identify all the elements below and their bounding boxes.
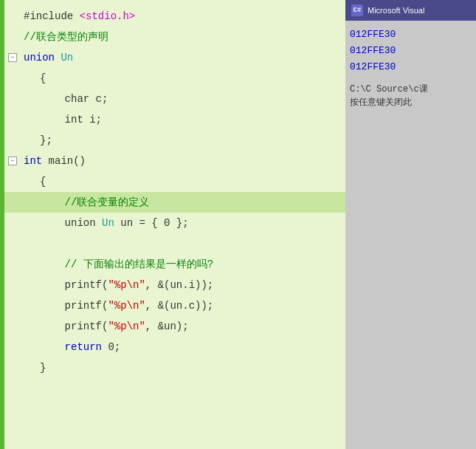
console-body: 012FFE30 012FFE30 012FFE30 C:\C Source\c… <box>345 21 476 449</box>
console-addr-1: 012FFE30 <box>350 27 472 43</box>
code-line-17: return 0; <box>4 337 350 357</box>
code-line-1: #include <stdio.h> <box>4 6 350 27</box>
code-line-7: }; <box>4 130 350 151</box>
code-line-4: { <box>4 68 350 89</box>
line-text-5: char c; <box>37 89 108 109</box>
line-text-14: printf("%p\n", &(un.i)); <box>37 275 213 295</box>
line-text-18: } <box>37 357 46 378</box>
line-text-10: //联合变量的定义 <box>37 192 149 213</box>
line-text-12 <box>37 233 46 254</box>
console-icon-text: C# <box>353 7 362 14</box>
code-line-12 <box>4 233 350 254</box>
code-line-6: int i; <box>4 109 350 130</box>
console-addr-2: 012FFE30 <box>350 43 472 59</box>
console-prompt: 按任意键关闭此 <box>350 96 472 109</box>
code-line-2: //联合类型的声明 <box>4 27 350 47</box>
code-line-10: //联合变量的定义 <box>4 192 350 213</box>
code-line-8: − int main() <box>4 151 350 171</box>
console-panel: C# Microsoft Visual 012FFE30 012FFE30 01… <box>345 0 476 449</box>
console-prompt-text: 按任意键关闭此 <box>350 97 412 108</box>
line-text-7: }; <box>37 130 52 151</box>
code-line-15: printf("%p\n", &(un.c)); <box>4 295 350 316</box>
line-text-4: { <box>37 68 46 89</box>
collapse-union[interactable]: − <box>8 53 17 62</box>
code-line-18: } <box>4 357 350 378</box>
line-text-6: int i; <box>37 109 102 130</box>
line-text-17: return 0; <box>37 337 120 357</box>
line-text-2: //联合类型的声明 <box>21 27 108 47</box>
console-app-icon: C# <box>351 4 363 16</box>
line-text-1: #include <stdio.h> <box>21 6 135 27</box>
code-line-14: printf("%p\n", &(un.i)); <box>4 275 350 295</box>
collapse-main[interactable]: − <box>8 157 17 165</box>
gutter-8[interactable]: − <box>4 157 21 165</box>
line-text-15: printf("%p\n", &(un.c)); <box>37 295 213 316</box>
code-editor: #include <stdio.h> //联合类型的声明 − union Un … <box>4 0 350 449</box>
line-text-11: union Un un = { 0 }; <box>37 213 189 233</box>
code-line-13: // 下面输出的结果是一样的吗? <box>4 254 350 275</box>
line-text-13: // 下面输出的结果是一样的吗? <box>37 254 213 275</box>
line-text-8: int main() <box>21 151 86 171</box>
console-path: C:\C Source\c课 <box>350 83 472 96</box>
gutter-3[interactable]: − <box>4 53 21 62</box>
code-line-9: { <box>4 171 350 192</box>
code-line-5: char c; <box>4 89 350 109</box>
code-line-11: union Un un = { 0 }; <box>4 213 350 233</box>
line-text-9: { <box>37 171 46 192</box>
code-content: #include <stdio.h> //联合类型的声明 − union Un … <box>4 0 350 384</box>
console-addr-3: 012FFE30 <box>350 59 472 75</box>
code-line-3: − union Un <box>4 47 350 68</box>
line-text-3: union Un <box>21 47 73 68</box>
console-path-text: C:\C Source\c课 <box>350 84 428 95</box>
code-line-16: printf("%p\n", &un); <box>4 316 350 337</box>
console-titlebar: C# Microsoft Visual <box>345 0 476 21</box>
line-text-16: printf("%p\n", &un); <box>37 316 189 337</box>
console-title: Microsoft Visual <box>368 6 424 15</box>
